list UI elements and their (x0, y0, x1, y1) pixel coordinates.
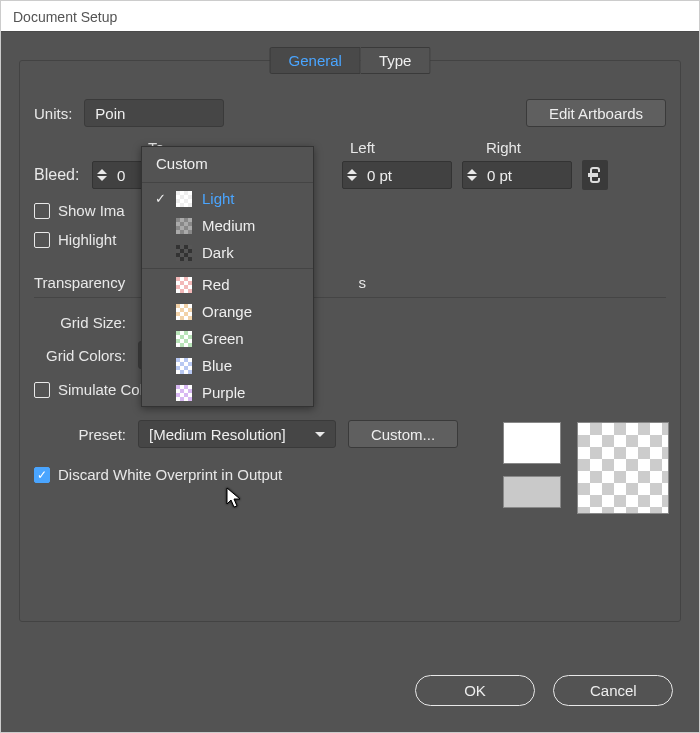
dropdown-item-label: Green (202, 330, 244, 347)
highlight-checkbox[interactable]: Highlight (34, 231, 666, 248)
dropdown-item-label: Dark (202, 244, 234, 261)
show-images-checkbox[interactable]: Show Ima (34, 202, 666, 219)
units-select[interactable]: Poin (84, 99, 224, 127)
dropdown-item-light[interactable]: ✓Light (142, 185, 313, 212)
swatch-icon (176, 331, 192, 347)
swatch-icon (176, 245, 192, 261)
dropdown-item-label: Medium (202, 217, 255, 234)
units-value: Poin (95, 105, 125, 122)
check-icon: ✓ (154, 191, 166, 206)
dropdown-item-label: Purple (202, 384, 245, 401)
dropdown-item-dark[interactable]: Dark (142, 239, 313, 266)
swatch-icon (176, 277, 192, 293)
bleed-right-input[interactable]: 0 pt (462, 161, 572, 189)
spinner-icon[interactable] (97, 162, 111, 188)
chevron-down-icon (315, 432, 325, 437)
swatch-icon (176, 358, 192, 374)
cancel-label: Cancel (590, 682, 637, 699)
dropdown-item-blue[interactable]: Blue (142, 352, 313, 379)
highlight-label: Highlight (58, 231, 116, 248)
grid-colors-dropdown: Custom ✓LightMediumDark RedOrangeGreenBl… (141, 146, 314, 407)
tab-type-label: Type (379, 52, 412, 69)
link-bleed-icon[interactable] (582, 160, 608, 190)
edit-artboards-label: Edit Artboards (549, 105, 643, 122)
transparency-preview (503, 422, 669, 514)
bleed-left-input[interactable]: 0 pt (342, 161, 452, 189)
transparency-title: Transparency (34, 274, 125, 291)
dropdown-item-label: Light (202, 190, 235, 207)
dropdown-item-label: Red (202, 276, 230, 293)
spinner-icon[interactable] (467, 162, 481, 188)
tab-type[interactable]: Type (361, 47, 431, 74)
dialog-title: Document Setup (13, 9, 117, 25)
simulate-colored-paper-checkbox[interactable]: Simulate Colored Paper (34, 381, 666, 398)
dropdown-item-label: Orange (202, 303, 252, 320)
swatch-icon (176, 191, 192, 207)
bleed-right-label: Right (486, 139, 596, 156)
dropdown-item-purple[interactable]: Purple (142, 379, 313, 406)
preset-custom-label: Custom... (371, 426, 435, 443)
checkbox-icon (34, 203, 50, 219)
divider (34, 297, 666, 298)
dropdown-item-red[interactable]: Red (142, 271, 313, 298)
preview-checker (577, 422, 669, 514)
ok-button[interactable]: OK (415, 675, 535, 706)
grid-colors-label: Grid Colors: (34, 347, 126, 364)
swatch-icon (176, 218, 192, 234)
bleed-left-value: 0 pt (367, 167, 445, 184)
titlebar: Document Setup (1, 1, 699, 32)
preset-custom-button[interactable]: Custom... (348, 420, 458, 448)
dropdown-item-green[interactable]: Green (142, 325, 313, 352)
preset-value: [Medium Resolution] (149, 426, 286, 443)
dialog-content: General Type Units: Poin Edit Artboards … (1, 32, 699, 732)
document-setup-dialog: Document Setup General Type Units: Poin … (0, 0, 700, 733)
spinner-icon[interactable] (347, 162, 361, 188)
preview-white-swatch[interactable] (503, 422, 561, 464)
preview-gray-swatch[interactable] (503, 476, 561, 508)
show-images-label: Show Ima (58, 202, 125, 219)
divider (142, 268, 313, 269)
bleed-label: Bleed: (34, 166, 82, 184)
dropdown-custom-header[interactable]: Custom (142, 147, 313, 180)
preset-select[interactable]: [Medium Resolution] (138, 420, 336, 448)
swatch-icon (176, 304, 192, 320)
bleed-left-label: Left (350, 139, 460, 156)
grid-size-label: Grid Size: (34, 314, 126, 331)
checkbox-icon (34, 232, 50, 248)
tab-bar: General Type (270, 47, 431, 74)
swatch-icon (176, 385, 192, 401)
bleed-right-value: 0 pt (487, 167, 565, 184)
preset-label: Preset: (34, 426, 126, 443)
dropdown-item-label: Blue (202, 357, 232, 374)
checkbox-icon: ✓ (34, 467, 50, 483)
panel: General Type Units: Poin Edit Artboards … (19, 60, 681, 622)
dialog-footer: OK Cancel (415, 675, 673, 706)
dropdown-item-orange[interactable]: Orange (142, 298, 313, 325)
divider (142, 182, 313, 183)
discard-label: Discard White Overprint in Output (58, 466, 282, 483)
checkbox-icon (34, 382, 50, 398)
dropdown-item-medium[interactable]: Medium (142, 212, 313, 239)
tab-general-label: General (289, 52, 342, 69)
units-label: Units: (34, 105, 72, 122)
ok-label: OK (464, 682, 486, 699)
cancel-button[interactable]: Cancel (553, 675, 673, 706)
edit-artboards-button[interactable]: Edit Artboards (526, 99, 666, 127)
tab-general[interactable]: General (270, 47, 361, 74)
